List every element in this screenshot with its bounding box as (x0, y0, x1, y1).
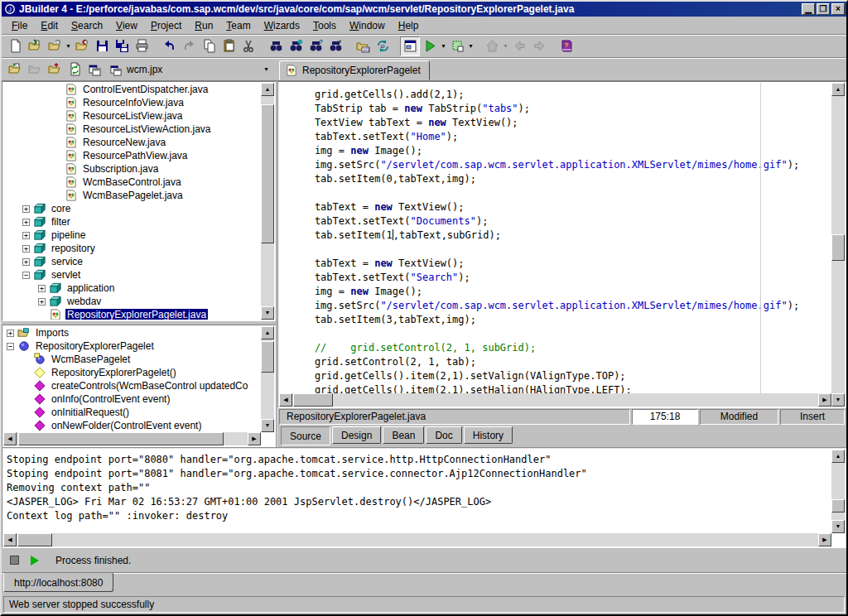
help-button[interactable]: ? (556, 36, 576, 56)
menu-tools[interactable]: Tools (306, 18, 343, 33)
editor-vscrollbar[interactable]: ▲ ▼ (831, 83, 845, 407)
tree-item-resourcelistview-java[interactable]: ResourceListView.java (3, 109, 261, 123)
expand-icon[interactable]: + (22, 245, 30, 253)
collapse-icon[interactable]: − (7, 343, 14, 350)
scroll-right-icon[interactable]: ▶ (818, 533, 831, 546)
view-tab-design[interactable]: Design (332, 426, 381, 444)
project-tree[interactable]: ControlEventDispatcher.javaResourceInfoV… (3, 83, 261, 320)
menu-wizards[interactable]: Wizards (258, 18, 306, 33)
stop-process-icon[interactable] (10, 556, 19, 565)
code-editor[interactable]: grid.getCells().add(2,1); TabStrip tab =… (279, 83, 831, 393)
tree-item-application[interactable]: +application (3, 282, 261, 295)
debug-button[interactable] (447, 36, 467, 56)
tree-item-repositoryexplorerpagelet[interactable]: RepositoryExplorerPagelet() (3, 366, 261, 379)
scroll-right-icon[interactable]: ▶ (818, 393, 831, 407)
menu-team[interactable]: Team (219, 18, 257, 33)
structure-tree[interactable]: +Imports−RepositoryExplorerPageletWcmBas… (3, 326, 261, 432)
menu-edit[interactable]: Edit (34, 18, 65, 33)
message-view-button[interactable] (400, 36, 420, 56)
expand-icon[interactable]: + (7, 330, 14, 337)
menu-window[interactable]: Window (343, 18, 392, 33)
console-vscrollbar[interactable]: ▲ ▼ (831, 450, 845, 533)
search-path-button[interactable] (325, 36, 345, 56)
replace-button[interactable] (286, 36, 306, 56)
scroll-up-icon[interactable]: ▲ (261, 83, 274, 96)
expand-icon[interactable]: + (22, 219, 30, 226)
expand-icon[interactable]: + (38, 285, 46, 292)
tree-item-service[interactable]: +service (3, 255, 261, 268)
scroll-down-icon[interactable]: ▼ (831, 393, 845, 407)
menu-help[interactable]: Help (392, 18, 426, 33)
console-tab-localhost[interactable]: http://localhost:8080 (3, 573, 113, 592)
view-tab-doc[interactable]: Doc (426, 426, 461, 444)
scrollbar-thumb[interactable] (293, 393, 333, 407)
search-again-button[interactable]: ? (306, 36, 325, 56)
menu-run[interactable]: Run (188, 18, 219, 33)
maximize-button[interactable]: ❐ (817, 3, 830, 15)
expand-icon[interactable]: + (22, 232, 30, 239)
tree-item-createcontrols-wcmbasecontrol-updatedco[interactable]: createControls(WcmBaseControl updatedCo (3, 379, 261, 392)
menu-view[interactable]: View (109, 18, 144, 33)
view-tab-history[interactable]: History (464, 426, 513, 444)
scroll-down-icon[interactable]: ▼ (261, 419, 274, 432)
title-bar[interactable]: J JBuilder 4 - E:/perforce/javabas/com.s… (2, 2, 846, 17)
tree-item-onnewfolder-controlevent-event[interactable]: onNewFolder(ControlEvent event) (3, 419, 261, 432)
menu-project[interactable]: Project (144, 18, 188, 33)
minimize-button[interactable]: ▁ (802, 3, 815, 15)
open-button[interactable] (25, 36, 45, 56)
scroll-right-icon[interactable]: ▶ (248, 432, 261, 445)
cut-button[interactable] (238, 36, 258, 56)
scroll-left-icon[interactable]: ◀ (3, 533, 17, 546)
debug-button-dropdown-icon[interactable]: ▾ (467, 42, 475, 50)
scrollbar-thumb[interactable] (261, 341, 274, 373)
reopen-button-dropdown-icon[interactable]: ▾ (65, 42, 72, 50)
run-process-icon[interactable] (31, 556, 39, 565)
project-properties-button[interactable] (84, 60, 104, 79)
scroll-down-icon[interactable]: ▼ (261, 306, 274, 320)
rebuild-button[interactable]: 10 (373, 36, 393, 56)
tree-item-repositoryexplorerpagelet-java[interactable]: RepositoryExplorerPagelet.java (3, 308, 261, 320)
scrollbar-thumb[interactable] (18, 432, 224, 445)
tree-item-resourcenew-java[interactable]: ResourceNew.java (3, 136, 261, 149)
reopen-button[interactable] (45, 36, 65, 56)
paste-button[interactable] (219, 36, 238, 56)
forward-button[interactable] (529, 36, 549, 56)
run-button[interactable] (420, 36, 440, 56)
structure-hscrollbar[interactable]: ◀ ▶ (3, 432, 261, 445)
close-project-button[interactable] (25, 60, 45, 79)
copy-button[interactable] (199, 36, 219, 56)
tree-item-resourcepathview-java[interactable]: ResourcePathView.java (3, 149, 261, 162)
open-project-button[interactable] (5, 60, 25, 79)
project-tree-vscrollbar[interactable]: ▲ ▼ (261, 83, 274, 320)
tree-item-controleventdispatcher-java[interactable]: ControlEventDispatcher.java (3, 83, 261, 96)
expand-icon[interactable]: + (22, 258, 30, 266)
print-button[interactable] (132, 36, 152, 56)
scroll-left-icon[interactable]: ◀ (3, 432, 17, 445)
scroll-up-icon[interactable]: ▲ (831, 450, 845, 463)
tree-item-servlet[interactable]: −servlet (3, 268, 261, 282)
save-button[interactable] (92, 36, 112, 56)
tree-item-core[interactable]: +core (3, 202, 261, 215)
home-button[interactable] (482, 36, 502, 56)
project-selector[interactable]: wcm.jpx▾ (108, 60, 274, 79)
make-button[interactable]: 101 (353, 36, 373, 56)
tree-item-resourceinfoview-java[interactable]: ResourceInfoView.java (3, 96, 261, 109)
menu-search[interactable]: Search (65, 18, 109, 33)
collapse-icon[interactable]: − (22, 272, 30, 279)
find-button[interactable] (266, 36, 286, 56)
tree-item-oninfo-controlevent-event[interactable]: onInfo(ControlEvent event) (3, 392, 261, 406)
run-button-dropdown-icon[interactable]: ▾ (440, 42, 447, 50)
view-tab-bean[interactable]: Bean (383, 426, 424, 444)
tree-item-filter[interactable]: +filter (3, 215, 261, 229)
home-button-dropdown-icon[interactable]: ▾ (502, 42, 509, 50)
add-to-project-button[interactable] (45, 60, 65, 79)
tree-item-wcmbasepagelet-java[interactable]: WcmBasePagelet.java (3, 189, 261, 202)
console-hscrollbar[interactable]: ◀ ▶ (3, 533, 831, 546)
undo-button[interactable] (159, 36, 179, 56)
back-button[interactable] (509, 36, 529, 56)
expand-icon[interactable]: + (22, 205, 30, 213)
scroll-up-icon[interactable]: ▲ (261, 326, 274, 339)
tree-item-resourcelistviewaction-java[interactable]: ResourceListViewAction.java (3, 123, 261, 136)
tree-item-webdav[interactable]: +webdav (3, 295, 261, 308)
scroll-left-icon[interactable]: ◀ (279, 393, 292, 407)
